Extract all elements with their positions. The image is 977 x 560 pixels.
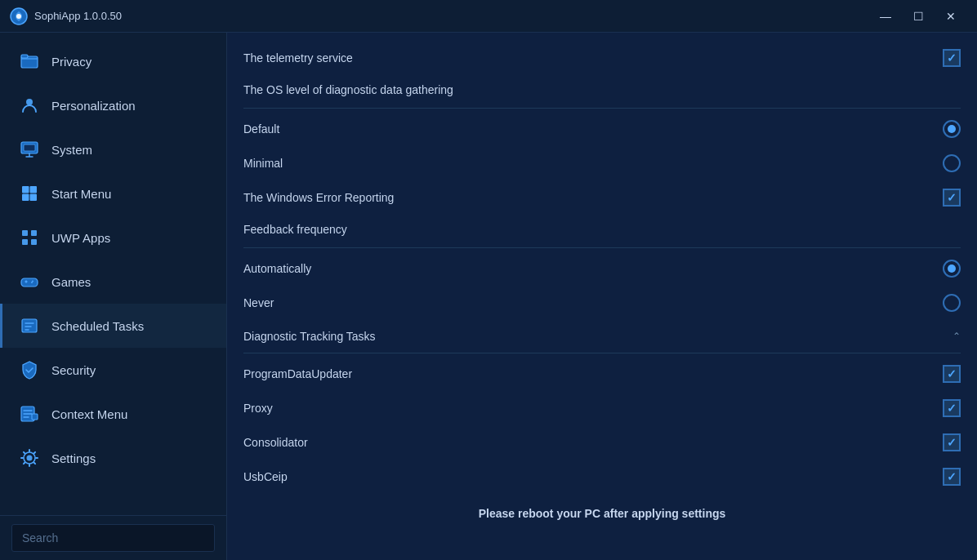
main-layout: Privacy Personalization [0,33,977,560]
titlebar: SophiApp 1.0.0.50 — ☐ ✕ [0,0,977,33]
sidebar-item-scheduled-tasks[interactable]: Scheduled Tasks [0,304,226,348]
setting-program-data-updater: ProgramDataUpdater [243,357,961,391]
sidebar-item-security-label: Security [51,363,96,377]
svg-rect-10 [30,194,38,202]
shield-icon [19,359,40,380]
minimal-label: Minimal [243,157,943,170]
sidebar-item-personalization-label: Personalization [51,99,136,113]
diagnostic-data-label: The OS level of diagnostic data gatherin… [243,83,961,96]
svg-rect-6 [24,144,35,151]
sidebar-item-system[interactable]: System [0,127,226,171]
setting-telemetry: The telemetry service [243,41,961,75]
setting-consolidator: Consolidator [243,425,961,460]
content-area: The telemetry service The OS level of di… [227,33,977,560]
sidebar-nav: Privacy Personalization [0,33,226,515]
consolidator-checkbox[interactable] [943,433,961,451]
sidebar-item-games-label: Games [51,275,91,289]
svg-point-1 [16,14,21,19]
svg-rect-13 [22,239,28,245]
telemetry-checkbox[interactable] [943,49,961,67]
never-label: Never [243,296,943,309]
sidebar-item-privacy[interactable]: Privacy [0,39,226,83]
menu-icon [19,403,40,424]
chevron-up-icon: ⌃ [952,331,961,342]
windows-error-checkbox[interactable] [943,189,961,207]
sidebar-item-games[interactable]: Games [0,260,226,304]
telemetry-label: The telemetry service [243,51,943,64]
monitor-icon [19,139,40,160]
default-label: Default [243,122,943,136]
svg-rect-19 [22,319,37,332]
person-icon [19,95,40,116]
svg-rect-12 [31,230,37,236]
never-radio[interactable] [943,294,961,312]
setting-usbceip: UsbCeip [243,460,961,494]
usbceip-checkbox[interactable] [943,468,961,486]
divider-1 [243,108,961,109]
feedback-freq-label: Feedback frequency [243,223,961,236]
sidebar-item-settings[interactable]: Settings [0,436,226,480]
svg-rect-8 [30,186,38,193]
svg-rect-3 [21,55,28,58]
svg-rect-14 [31,239,37,245]
sidebar-item-security[interactable]: Security [0,348,226,392]
windows-icon [19,183,40,204]
gamepad-icon [19,271,40,292]
setting-never: Never [243,286,961,320]
automatically-radio[interactable] [943,260,961,278]
tasks-icon [19,315,40,336]
setting-automatically: Automatically [243,251,961,286]
setting-proxy: Proxy [243,391,961,425]
program-data-updater-label: ProgramDataUpdater [243,367,943,380]
app-icon [10,7,28,25]
diagnostic-tracking-label: Diagnostic Tracking Tasks [243,330,376,343]
svg-rect-27 [32,414,38,420]
sidebar-item-uwp-apps[interactable]: UWP Apps [0,216,226,260]
proxy-label: Proxy [243,402,943,415]
setting-diagnostic-data: The OS level of diagnostic data gatherin… [243,75,961,104]
sidebar-item-start-menu-label: Start Menu [51,187,111,201]
titlebar-controls: — ☐ ✕ [869,4,967,29]
sidebar-item-context-menu-label: Context Menu [51,407,127,421]
svg-point-18 [31,282,33,283]
setting-default: Default [243,112,961,146]
diagnostic-tracking-header[interactable]: Diagnostic Tracking Tasks ⌃ [243,320,961,349]
minimize-button[interactable]: — [869,4,902,29]
minimal-radio[interactable] [943,154,961,172]
setting-minimal: Minimal [243,146,961,180]
program-data-updater-checkbox[interactable] [943,365,961,383]
proxy-checkbox[interactable] [943,399,961,417]
sidebar-item-uwp-apps-label: UWP Apps [51,231,110,245]
folder-icon [19,51,40,72]
svg-point-28 [27,456,33,461]
sidebar-item-context-menu[interactable]: Context Menu [0,392,226,436]
app-title: SophiApp 1.0.0.50 [34,10,122,22]
footer-note: Please reboot your PC after applying set… [243,494,961,536]
setting-windows-error: The Windows Error Reporting [243,180,961,215]
svg-rect-9 [22,194,29,202]
search-input[interactable] [11,524,215,552]
svg-rect-11 [22,230,28,236]
sidebar-item-privacy-label: Privacy [51,55,91,69]
svg-rect-7 [22,186,29,193]
divider-3 [243,353,961,353]
consolidator-label: Consolidator [243,436,943,449]
automatically-label: Automatically [243,262,943,275]
sidebar-search [0,515,226,560]
default-radio[interactable] [943,120,961,138]
content-scroll: The telemetry service The OS level of di… [227,33,977,560]
maximize-button[interactable]: ☐ [902,4,935,29]
titlebar-left: SophiApp 1.0.0.50 [10,7,122,25]
sidebar-item-settings-label: Settings [51,451,96,465]
sidebar-item-start-menu[interactable]: Start Menu [0,171,226,216]
sidebar-item-personalization[interactable]: Personalization [0,83,226,127]
settings-list: The telemetry service The OS level of di… [227,33,977,553]
svg-point-4 [26,99,33,105]
close-button[interactable]: ✕ [935,4,967,29]
windows-error-label: The Windows Error Reporting [243,191,943,204]
gear-icon [19,447,40,469]
divider-2 [243,247,961,248]
sidebar-item-system-label: System [51,143,92,157]
sidebar-item-scheduled-tasks-label: Scheduled Tasks [51,319,144,333]
sidebar: Privacy Personalization [0,33,227,560]
